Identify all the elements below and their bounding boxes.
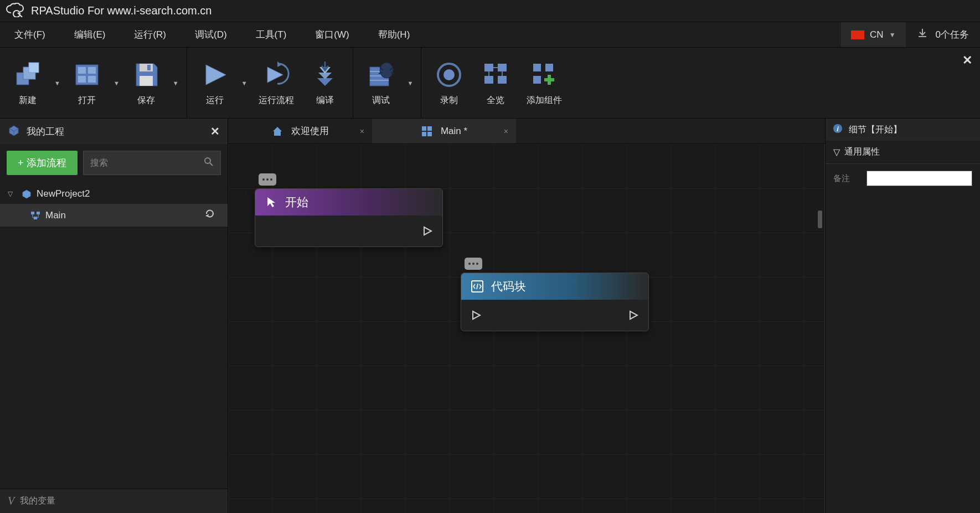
tab-close-icon[interactable]: ×: [360, 127, 364, 136]
menu-edit[interactable]: 编辑(E): [60, 22, 120, 47]
remark-input[interactable]: [866, 171, 972, 186]
home-icon: [271, 125, 283, 137]
input-port[interactable]: [470, 309, 482, 321]
search-box[interactable]: [83, 151, 221, 175]
tree-project[interactable]: ▽ NewProject2: [0, 184, 228, 204]
field-label: 备注: [833, 173, 860, 184]
menu-window[interactable]: 窗口(W): [301, 22, 363, 47]
runflow-icon: [261, 59, 292, 90]
flow-canvas[interactable]: 开始 代码块: [228, 144, 825, 513]
pointer-icon: [264, 195, 278, 209]
svg-point-21: [443, 69, 455, 80]
node-codeblock[interactable]: 代码块: [461, 273, 649, 331]
toolbar-open[interactable]: 打开: [64, 48, 110, 118]
toolbar-record[interactable]: 录制: [426, 48, 472, 118]
tab-close-icon[interactable]: ×: [504, 127, 508, 136]
debug-icon: [365, 59, 396, 90]
svg-rect-40: [427, 132, 432, 136]
svg-rect-24: [484, 76, 493, 84]
open-dropdown[interactable]: ▼: [110, 80, 123, 86]
toolbar-group-tools: 录制 全览 添加组件: [421, 48, 574, 118]
toolbar-overview[interactable]: 全览: [472, 48, 519, 118]
svg-text:i: i: [837, 125, 839, 133]
menu-file[interactable]: 文件(F): [0, 22, 60, 47]
chevron-down-icon[interactable]: ▽: [8, 190, 17, 198]
toolbar-compile[interactable]: 编译: [302, 48, 348, 118]
cube-icon: [21, 188, 32, 199]
toolbar-new[interactable]: 新建: [4, 48, 51, 118]
properties-panel: i 细节【开始】 ▽ 通用属性 备注: [825, 119, 980, 513]
svg-rect-5: [88, 67, 96, 74]
addcomponent-icon: [529, 59, 560, 90]
add-flow-button[interactable]: + 添加流程: [7, 151, 78, 175]
svg-rect-23: [498, 64, 507, 71]
language-selector[interactable]: CN ▼: [841, 22, 905, 47]
properties-section[interactable]: ▽ 通用属性: [826, 141, 980, 164]
sidebar-actions: + 添加流程: [0, 144, 228, 182]
new-dropdown[interactable]: ▼: [51, 80, 64, 86]
tasks-indicator[interactable]: 0个任务: [906, 22, 980, 47]
toolbar-debug[interactable]: 调试: [358, 48, 404, 118]
compile-icon: [310, 59, 341, 90]
svg-rect-35: [37, 212, 40, 214]
node-handle[interactable]: [465, 258, 482, 270]
overview-icon: [480, 59, 511, 90]
file-name: Main: [45, 210, 200, 221]
toolbar: 新建 ▼ 打开 ▼ 保存 ▼ 运行 ▼ 运行流程 编译 调试: [0, 48, 980, 119]
node-start[interactable]: 开始: [255, 188, 443, 247]
run-dropdown[interactable]: ▼: [238, 80, 251, 86]
svg-point-15: [380, 63, 393, 78]
tab-main[interactable]: Main * ×: [372, 119, 516, 143]
variables-panel-header[interactable]: V 我的变量: [0, 489, 228, 513]
node-body: [255, 216, 442, 247]
svg-point-32: [205, 158, 210, 163]
svg-rect-2: [29, 63, 39, 73]
title-bar: RPAStudio For www.i-search.com.cn: [0, 0, 980, 22]
menu-debug[interactable]: 调试(D): [180, 22, 241, 47]
menu-run[interactable]: 运行(R): [120, 22, 180, 47]
svg-rect-31: [533, 76, 541, 84]
app-icon: [6, 3, 25, 19]
svg-rect-6: [78, 76, 86, 83]
toolbar-run[interactable]: 运行: [192, 48, 238, 118]
svg-rect-9: [140, 76, 153, 86]
chevron-down-icon: ▼: [889, 31, 896, 39]
chevron-down-icon: ▽: [833, 147, 840, 157]
svg-rect-22: [484, 64, 493, 71]
open-icon: [71, 59, 102, 90]
svg-rect-38: [427, 126, 432, 131]
sidebar-close-icon[interactable]: ✕: [210, 125, 220, 138]
debug-dropdown[interactable]: ▼: [404, 80, 417, 86]
svg-rect-8: [140, 64, 153, 71]
editor-tabs: 欢迎使用 × Main * ×: [228, 119, 825, 144]
menu-bar: 文件(F) 编辑(E) 运行(R) 调试(D) 工具(T) 窗口(W) 帮助(H…: [0, 22, 980, 48]
menu-tools[interactable]: 工具(T): [241, 22, 301, 47]
toolbar-save[interactable]: 保存: [123, 48, 169, 118]
properties-header: i 细节【开始】: [826, 119, 980, 141]
output-port[interactable]: [627, 309, 639, 321]
toolbar-close-icon[interactable]: ✕: [962, 53, 972, 68]
node-body: [461, 300, 648, 331]
toolbar-group-run: 运行 ▼ 运行流程 编译: [187, 48, 353, 118]
run-icon: [199, 59, 230, 90]
tab-welcome[interactable]: 欢迎使用 ×: [228, 119, 372, 143]
properties-title: 细节【开始】: [849, 124, 902, 136]
svg-rect-10: [147, 65, 151, 70]
scroll-indicator[interactable]: [818, 211, 822, 228]
code-icon: [470, 279, 484, 294]
toolbar-runflow[interactable]: 运行流程: [251, 48, 302, 118]
save-dropdown[interactable]: ▼: [169, 80, 182, 86]
toolbar-addcomponent[interactable]: 添加组件: [519, 48, 570, 118]
menu-help[interactable]: 帮助(H): [364, 22, 425, 47]
project-icon: [8, 124, 20, 138]
grid-icon: [421, 125, 433, 137]
search-input[interactable]: [90, 158, 204, 168]
output-port[interactable]: [421, 225, 434, 237]
app-title: RPAStudio For www.i-search.com.cn: [31, 4, 212, 17]
svg-rect-25: [498, 76, 507, 84]
tasks-count: 0个任务: [936, 28, 969, 41]
node-handle[interactable]: [259, 173, 276, 186]
refresh-icon[interactable]: [204, 208, 215, 222]
tree-file-main[interactable]: Main: [0, 204, 228, 227]
new-icon: [12, 59, 43, 90]
